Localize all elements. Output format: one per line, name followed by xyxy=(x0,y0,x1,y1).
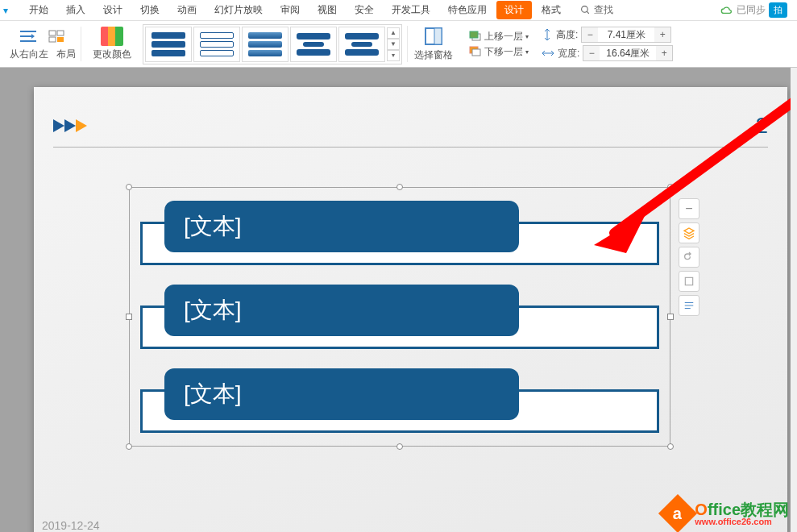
slide-header: 2 xyxy=(53,113,768,148)
width-decrease[interactable]: − xyxy=(583,46,600,60)
smartart-style-gallery: ▲ ▼ ▾ xyxy=(143,24,402,64)
style-thumb-2[interactable] xyxy=(193,27,240,62)
smartart-front-shape[interactable]: [文本] xyxy=(164,285,519,336)
resize-handle[interactable] xyxy=(126,314,132,320)
tab-devtools[interactable]: 开发工具 xyxy=(384,1,438,19)
layout-icon[interactable] xyxy=(45,27,69,46)
bring-forward-button[interactable]: 上移一层 ▾ xyxy=(469,30,529,44)
tab-start[interactable]: 开始 xyxy=(21,1,56,19)
height-icon xyxy=(542,28,553,41)
tab-insert[interactable]: 插入 xyxy=(58,1,93,19)
watermark-icon: a xyxy=(658,494,697,532)
chevron-icon xyxy=(64,119,76,132)
smartart-item[interactable]: [文本] xyxy=(140,368,659,433)
resize-handle[interactable] xyxy=(667,184,674,190)
tab-format[interactable]: 格式 xyxy=(533,1,569,19)
collapse-button[interactable]: − xyxy=(679,198,699,219)
height-input[interactable]: − 7.41厘米 + xyxy=(581,27,671,43)
tab-design[interactable]: 设计 xyxy=(95,1,131,19)
smartart-selection[interactable]: [文本] [文本] [文本] xyxy=(129,187,670,447)
cloud-icon xyxy=(720,6,733,15)
smartart-text[interactable]: [文本] xyxy=(184,379,242,409)
resize-handle[interactable] xyxy=(396,184,403,190)
page-number: 2 xyxy=(755,113,768,139)
text-edit-button[interactable] xyxy=(679,295,699,316)
svg-point-0 xyxy=(582,6,588,13)
gallery-down-icon[interactable]: ▼ xyxy=(387,39,400,50)
sync-badge[interactable]: 拍 xyxy=(769,2,787,18)
tab-slideshow[interactable]: 幻灯片放映 xyxy=(206,1,271,19)
rtl-label: 从右向左 xyxy=(10,48,48,61)
layers-button[interactable] xyxy=(679,222,699,243)
resize-handle[interactable] xyxy=(126,184,132,190)
width-icon xyxy=(542,48,554,59)
sync-status[interactable]: 已同步 拍 xyxy=(720,2,787,18)
width-increase[interactable]: + xyxy=(656,46,672,60)
tab-view[interactable]: 视图 xyxy=(309,1,345,19)
scrollbar[interactable] xyxy=(791,68,797,532)
sync-label: 已同步 xyxy=(737,3,766,17)
resize-handle[interactable] xyxy=(667,443,674,450)
rtl-icon[interactable] xyxy=(16,27,40,46)
slide-footer-date: 2019-12-24 xyxy=(42,519,100,532)
smartart-text[interactable]: [文本] xyxy=(184,295,242,326)
send-backward-button[interactable]: 下移一层 ▾ xyxy=(469,45,529,59)
tab-animation[interactable]: 动画 xyxy=(169,1,205,19)
height-increase[interactable]: + xyxy=(654,27,670,42)
slide-canvas[interactable]: 2 [文本] [文本] xyxy=(34,87,787,532)
layer-group: 上移一层 ▾ 下移一层 ▾ xyxy=(464,30,533,59)
style-thumb-1[interactable] xyxy=(145,27,192,62)
selection-pane-button[interactable]: 选择窗格 xyxy=(407,26,459,62)
smartart-text[interactable]: [文本] xyxy=(184,211,242,242)
width-input[interactable]: − 16.64厘米 + xyxy=(583,45,673,61)
style-thumb-3[interactable] xyxy=(242,27,288,62)
color-swatch-icon xyxy=(101,27,123,46)
chevron-icon xyxy=(53,119,64,132)
chevron-down-icon[interactable]: ▾ xyxy=(525,33,529,40)
change-color-button[interactable]: 更改颜色 xyxy=(86,27,138,61)
chevron-down-icon[interactable]: ▾ xyxy=(525,48,529,56)
gallery-up-icon[interactable]: ▲ xyxy=(387,27,400,39)
ribbon-tabs: ▾ 开始 插入 设计 切换 动画 幻灯片放映 审阅 视图 安全 开发工具 特色应… xyxy=(0,0,797,21)
smartart-content: [文本] [文本] [文本] xyxy=(140,198,659,435)
rotate-button[interactable] xyxy=(679,247,699,268)
gallery-more-icon[interactable]: ▾ xyxy=(387,50,400,61)
chevron-icon xyxy=(76,119,87,132)
tab-review[interactable]: 审阅 xyxy=(272,1,308,19)
svg-rect-9 xyxy=(470,31,478,38)
watermark-logo: a Office教程网 www.office26.com xyxy=(664,500,789,527)
svg-rect-12 xyxy=(685,277,692,285)
pane-icon xyxy=(423,26,444,47)
dropdown-icon[interactable]: ▾ xyxy=(3,5,19,16)
floating-toolbar: − xyxy=(679,198,701,316)
smartart-front-shape[interactable]: [文本] xyxy=(164,201,519,252)
ribbon-group-direction: 从右向左 布局 xyxy=(5,27,81,61)
style-thumb-4[interactable] xyxy=(290,27,337,62)
svg-rect-2 xyxy=(49,31,56,35)
resize-handle[interactable] xyxy=(396,443,403,450)
ribbon-content: 从右向左 布局 更改颜色 ▲ ▼ ▾ 选择窗格 上移一层 ▾ 下移一层 ▾ xyxy=(0,21,797,68)
resize-handle[interactable] xyxy=(126,443,132,450)
smartart-item[interactable]: [文本] xyxy=(140,285,659,349)
width-value: 16.64厘米 xyxy=(600,47,656,60)
tab-security[interactable]: 安全 xyxy=(347,1,382,19)
crop-button[interactable] xyxy=(679,271,699,292)
gallery-scroll-buttons: ▲ ▼ ▾ xyxy=(387,27,400,61)
send-backward-label: 下移一层 xyxy=(484,45,523,59)
smartart-front-shape[interactable]: [文本] xyxy=(164,368,519,420)
bring-forward-label: 上移一层 xyxy=(484,30,523,44)
search-icon xyxy=(580,5,591,15)
chevron-decoration xyxy=(53,119,87,132)
tab-special[interactable]: 特色应用 xyxy=(440,1,495,19)
tab-transition[interactable]: 切换 xyxy=(132,1,168,19)
search-box[interactable]: 查找 xyxy=(580,3,613,17)
send-backward-icon xyxy=(469,46,482,57)
svg-line-1 xyxy=(587,11,589,14)
resize-handle[interactable] xyxy=(667,314,674,320)
layout-label: 布局 xyxy=(56,48,76,61)
smartart-item[interactable]: [文本] xyxy=(140,201,659,265)
svg-rect-4 xyxy=(49,37,56,42)
style-thumb-5[interactable] xyxy=(338,27,385,62)
height-decrease[interactable]: − xyxy=(582,27,598,42)
tab-design-context[interactable]: 设计 xyxy=(496,1,532,19)
